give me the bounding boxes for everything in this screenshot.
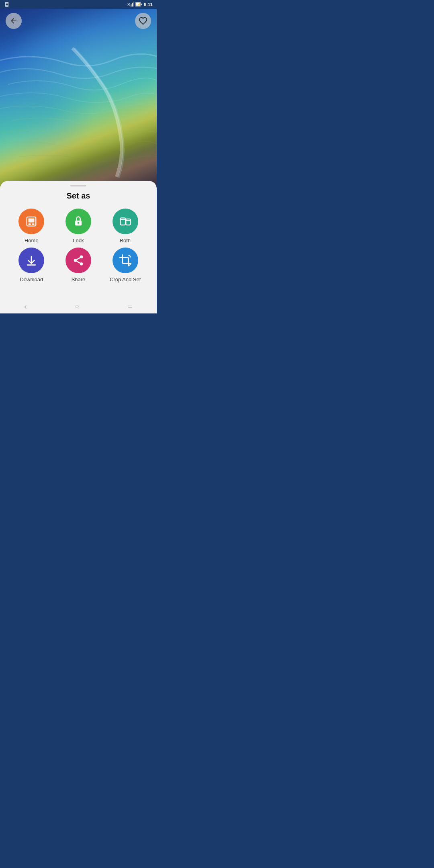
bottom-sheet: Set as Home (0, 181, 157, 313)
svg-rect-16 (120, 218, 125, 225)
favorite-button[interactable] (135, 13, 151, 29)
svg-rect-4 (132, 3, 133, 7)
action-crop-and-set[interactable]: Crop And Set (105, 248, 145, 283)
back-button[interactable] (6, 13, 22, 29)
action-grid: Home Lock (0, 209, 157, 283)
both-screens-icon (119, 215, 131, 227)
svg-rect-5 (133, 2, 133, 6)
action-share[interactable]: Share (58, 248, 98, 283)
svg-rect-7 (141, 4, 142, 5)
action-row-1: Home Lock (8, 209, 149, 244)
svg-rect-13 (32, 223, 35, 225)
back-arrow-icon (10, 17, 18, 25)
battery-icon: ⚡ (135, 2, 142, 7)
status-time: 8:11 (144, 2, 153, 7)
lock-icon (73, 215, 84, 228)
share-icon (72, 254, 84, 266)
water-lines (0, 0, 157, 197)
download-icon (25, 254, 37, 266)
lock-circle (66, 209, 91, 234)
svg-point-15 (78, 222, 80, 224)
lock-label: Lock (73, 237, 84, 244)
svg-rect-3 (131, 4, 131, 6)
status-bar: ✕ ⚡ 8:11 (0, 0, 157, 9)
sheet-handle (70, 185, 86, 186)
no-signal-icon: ✕ (127, 2, 133, 7)
share-label: Share (72, 276, 86, 283)
svg-rect-11 (29, 219, 35, 223)
bottom-navigation: ‹ ○ ▭ (0, 299, 157, 313)
svg-point-23 (80, 262, 83, 266)
home-label: Home (25, 237, 39, 244)
sheet-title: Set as (67, 191, 90, 201)
action-lock[interactable]: Lock (58, 209, 98, 244)
nav-home-button[interactable]: ○ (75, 302, 79, 311)
crop-circle (113, 248, 138, 273)
home-circle (18, 209, 44, 234)
crop-and-set-label: Crop And Set (110, 276, 141, 283)
status-bar-left (4, 2, 10, 7)
svg-text:✕: ✕ (127, 2, 131, 7)
action-home[interactable]: Home (11, 209, 51, 244)
svg-line-25 (77, 258, 80, 260)
heart-icon (139, 16, 147, 25)
download-label: Download (20, 276, 43, 283)
svg-line-24 (77, 261, 80, 263)
both-label: Both (120, 237, 131, 244)
action-row-2: Download Share (8, 248, 149, 283)
svg-rect-17 (126, 219, 130, 225)
crop-icon (119, 254, 131, 266)
nav-back-button[interactable]: ‹ (24, 302, 27, 311)
svg-point-22 (74, 259, 77, 262)
home-screen-icon (25, 215, 37, 227)
share-circle (66, 248, 91, 273)
wallpaper-image (0, 0, 157, 197)
svg-rect-12 (29, 223, 31, 225)
svg-text:⚡: ⚡ (137, 2, 141, 6)
svg-rect-1 (6, 4, 8, 6)
status-icons: ✕ ⚡ 8:11 (127, 2, 153, 7)
action-both[interactable]: Both (105, 209, 145, 244)
nav-recent-button[interactable]: ▭ (127, 303, 133, 309)
download-circle (18, 248, 44, 273)
svg-point-21 (80, 256, 83, 259)
sim-icon (4, 2, 10, 7)
both-circle (113, 209, 138, 234)
action-download[interactable]: Download (11, 248, 51, 283)
